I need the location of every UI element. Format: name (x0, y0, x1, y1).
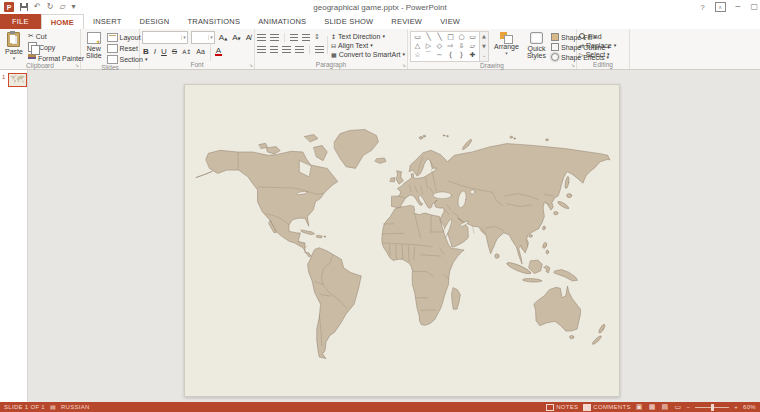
shape-triangle-icon[interactable]: △ (412, 42, 423, 51)
font-color-button[interactable]: A (215, 47, 222, 56)
align-center-icon[interactable] (270, 46, 278, 54)
shape-square-icon[interactable]: □ (445, 33, 456, 42)
line-spacing-icon[interactable]: ↕ (314, 34, 320, 41)
format-painter-button[interactable]: Format Painter (28, 54, 84, 62)
shape-diamond-icon[interactable]: ◇ (434, 42, 445, 51)
tab-file[interactable]: FILE (0, 14, 41, 29)
paste-dropdown-icon[interactable]: ▾ (13, 56, 16, 61)
bold-button[interactable]: B (142, 47, 150, 56)
zoom-percent[interactable]: 60% (743, 404, 756, 410)
tab-home[interactable]: HOME (41, 14, 84, 29)
paragraph-dialog-launcher[interactable]: ⇘ (402, 63, 406, 68)
shapes-gallery-scrollbar[interactable]: ▲ ▼ ⌄ (480, 31, 489, 62)
tab-review[interactable]: REVIEW (382, 14, 431, 29)
decrease-indent-icon[interactable] (290, 34, 298, 42)
shape-rounded-rect-icon[interactable]: ▭ (467, 33, 478, 42)
zoom-slider[interactable] (695, 407, 729, 408)
redo-icon[interactable]: ↻ (47, 3, 54, 11)
align-right-icon[interactable] (282, 46, 291, 54)
zoom-out-button[interactable]: − (686, 404, 690, 410)
customize-qat-icon[interactable]: ▾ (72, 3, 76, 11)
shape-right-brace-icon[interactable]: } (456, 51, 467, 60)
gallery-more-icon[interactable]: ⌄ (480, 51, 488, 61)
paste-button[interactable]: Paste ▾ (2, 31, 26, 62)
find-button[interactable]: Find (579, 33, 616, 40)
start-slideshow-icon[interactable]: ▱ (59, 3, 65, 11)
shape-right-triangle-icon[interactable]: ▷ (423, 42, 434, 51)
shape-arrow-line-icon[interactable]: ╲ (434, 33, 445, 42)
shapes-gallery[interactable]: ▭ ╲ ╲ □ ○ ▭ △ ▷ ◇ ⇨ ⇩ ▱ ☆ ⌒ ∼ (410, 31, 480, 62)
font-name-combo[interactable]: ▾ (142, 31, 188, 44)
columns-icon[interactable] (315, 46, 324, 54)
tab-view[interactable]: VIEW (431, 14, 469, 29)
drawing-dialog-launcher[interactable]: ⇘ (571, 63, 575, 68)
bullets-icon[interactable] (257, 34, 266, 42)
tab-design[interactable]: DESIGN (131, 14, 179, 29)
minimize-icon[interactable]: ─ (736, 3, 741, 11)
italic-button[interactable]: I (153, 47, 157, 56)
change-case-button[interactable]: Aa (195, 48, 206, 55)
shape-left-brace-icon[interactable]: { (445, 51, 456, 60)
shape-arrow-down-icon[interactable]: ⇩ (456, 42, 467, 51)
powerpoint-logo-icon[interactable]: P (4, 2, 14, 12)
world-map[interactable] (192, 127, 612, 367)
shape-line-icon[interactable]: ╲ (423, 33, 434, 42)
gallery-scroll-up-icon[interactable]: ▲ (480, 32, 488, 42)
tab-animations[interactable]: ANIMATIONS (249, 14, 315, 29)
notes-button[interactable]: NOTES (546, 404, 578, 411)
shape-arrow-right-icon[interactable]: ⇨ (445, 42, 456, 51)
arrange-button[interactable]: Arrange ▾ (491, 31, 522, 57)
character-spacing-button[interactable]: A↕ (181, 49, 192, 55)
grow-font-button[interactable]: A▲ (218, 33, 228, 42)
text-direction-button[interactable]: ↕Text Direction▾ (331, 33, 405, 40)
shape-parallelogram-icon[interactable]: ▱ (467, 42, 478, 51)
convert-smartart-button[interactable]: ▦Convert to SmartArt▾ (331, 51, 405, 58)
font-size-combo[interactable]: ▾ (191, 31, 215, 44)
new-slide-button[interactable]: New Slide (83, 31, 105, 61)
strikethrough-button[interactable]: S (171, 47, 178, 56)
font-dialog-launcher[interactable]: ⇘ (249, 63, 253, 68)
select-button[interactable]: ▷Select▾ (579, 51, 616, 58)
copy-button[interactable]: Copy (28, 42, 84, 52)
shape-plus-icon[interactable]: ✚ (467, 51, 478, 60)
maximize-icon[interactable]: ▢ (750, 3, 758, 11)
slide-thumbnail[interactable] (8, 73, 27, 87)
spellcheck-icon[interactable]: ▤ (50, 404, 56, 410)
tab-transitions[interactable]: TRANSITIONS (179, 14, 250, 29)
align-left-icon[interactable] (257, 46, 266, 54)
clear-formatting-button[interactable]: A̸ (245, 33, 252, 42)
slide-indicator[interactable]: SLIDE 1 OF 1 (4, 404, 45, 410)
slide[interactable] (184, 84, 620, 397)
numbering-icon[interactable] (270, 34, 279, 42)
tab-insert[interactable]: INSERT (84, 14, 131, 29)
shape-curve-icon[interactable]: ∼ (434, 51, 445, 60)
save-icon[interactable] (20, 3, 28, 11)
replace-button[interactable]: ⇄Replace▾ (579, 42, 616, 49)
zoom-slider-handle[interactable] (711, 404, 714, 411)
slideshow-view-icon[interactable]: ▭ (675, 404, 682, 411)
comments-button[interactable]: COMMENTS (583, 404, 630, 411)
slide-thumbnail-panel[interactable]: 1 (0, 70, 28, 402)
shape-rectangle-icon[interactable]: ▭ (412, 33, 423, 42)
tab-slideshow[interactable]: SLIDE SHOW (315, 14, 382, 29)
undo-icon[interactable]: ↶ (34, 3, 41, 11)
increase-indent-icon[interactable] (302, 34, 310, 42)
shape-arc-icon[interactable]: ⌒ (423, 51, 434, 60)
language-indicator[interactable]: RUSSIAN (61, 404, 90, 410)
zoom-in-button[interactable]: + (734, 404, 738, 410)
gallery-scroll-down-icon[interactable]: ▼ (480, 42, 488, 52)
shape-oval-icon[interactable]: ○ (456, 33, 467, 42)
ribbon-display-options-icon[interactable]: ∧ (715, 2, 726, 12)
quick-styles-button[interactable]: Quick Styles (524, 31, 549, 61)
underline-button[interactable]: U (160, 47, 168, 56)
reading-view-icon[interactable]: ▤ (662, 404, 669, 411)
shrink-font-button[interactable]: A▼ (231, 33, 241, 42)
align-text-button[interactable]: ⊟Align Text▾ (331, 42, 405, 49)
cut-button[interactable]: ✂Cut (28, 33, 84, 40)
slide-sorter-view-icon[interactable]: ▦ (649, 404, 656, 411)
normal-view-icon[interactable]: ▣ (636, 404, 643, 411)
justify-icon[interactable] (295, 46, 304, 54)
shape-star-icon[interactable]: ☆ (412, 51, 423, 60)
clipboard-dialog-launcher[interactable]: ⇘ (75, 63, 79, 68)
help-icon[interactable]: ? (700, 3, 704, 12)
